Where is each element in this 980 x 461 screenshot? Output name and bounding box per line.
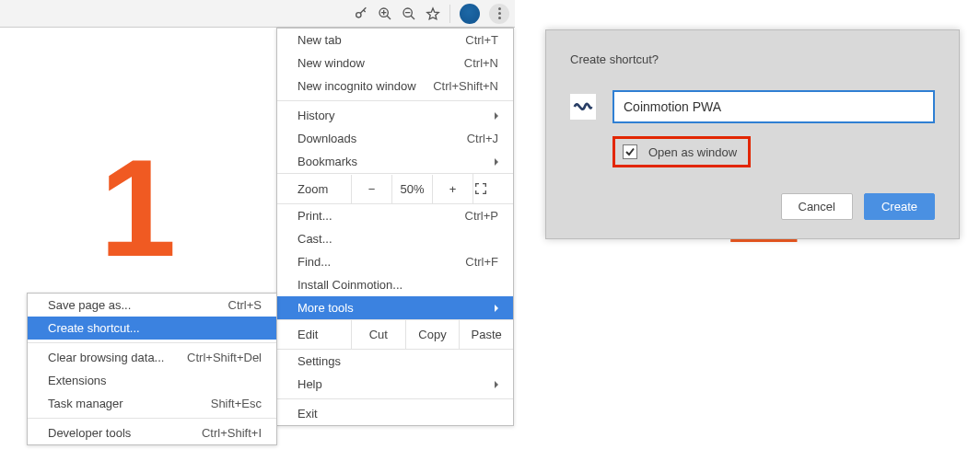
dialog-name-row [570, 90, 935, 123]
open-as-window-row[interactable]: Open as window [612, 136, 751, 167]
svg-point-0 [356, 12, 361, 17]
menu-item-history[interactable]: History [277, 104, 513, 127]
menu-shortcut: Ctrl+S [228, 298, 262, 312]
menu-item-new-window[interactable]: New window Ctrl+N [277, 52, 513, 75]
create-button[interactable]: Create [864, 193, 935, 220]
menu-item-edit: Edit Cut Copy Paste [277, 319, 513, 350]
submenu-item-clear-browsing[interactable]: Clear browsing data... Ctrl+Shift+Del [28, 346, 276, 369]
menu-item-help[interactable]: Help [277, 373, 513, 396]
menu-shortcut: Ctrl+Shift+N [433, 79, 498, 93]
dialog-title: Create shortcut? [570, 52, 935, 66]
checkbox-label: Open as window [648, 145, 737, 159]
chevron-right-icon [495, 381, 498, 388]
zoom-out-icon[interactable] [402, 6, 416, 21]
menu-separator [28, 342, 276, 343]
submenu-item-task-manager[interactable]: Task manager Shift+Esc [28, 392, 276, 415]
menu-label: Developer tools [48, 426, 202, 440]
chevron-right-icon [495, 305, 498, 312]
chrome-menu-button[interactable] [489, 4, 509, 24]
menu-shortcut: Ctrl+N [464, 56, 498, 70]
submenu-item-developer-tools[interactable]: Developer tools Ctrl+Shift+I [28, 421, 276, 444]
menu-label: More tools [298, 301, 495, 315]
app-icon [570, 94, 596, 120]
menu-item-bookmarks[interactable]: Bookmarks [277, 150, 513, 173]
cancel-button[interactable]: Cancel [781, 193, 853, 220]
menu-separator [277, 398, 513, 399]
menu-label: Find... [298, 255, 465, 269]
checkbox-checked-icon[interactable] [623, 144, 637, 159]
menu-shortcut: Ctrl+P [465, 209, 498, 223]
shortcut-name-input[interactable] [612, 90, 935, 123]
chrome-menu: New tab Ctrl+T New window Ctrl+N New inc… [276, 28, 514, 426]
zoom-value: 50% [391, 175, 432, 203]
menu-item-zoom: Zoom − 50% + [277, 173, 513, 204]
key-icon[interactable] [354, 6, 368, 21]
menu-item-downloads[interactable]: Downloads Ctrl+J [277, 127, 513, 150]
more-tools-submenu: Save page as... Ctrl+S Create shortcut..… [27, 293, 277, 445]
annotation-marker-1: 1 [99, 129, 176, 288]
chevron-right-icon [495, 158, 498, 166]
menu-separator [28, 418, 276, 419]
menu-separator [277, 100, 513, 101]
menu-shortcut: Ctrl+T [465, 33, 498, 47]
browser-toolbar [0, 0, 515, 28]
profile-avatar[interactable] [460, 4, 480, 24]
create-shortcut-dialog: Create shortcut? Open as window Cancel C… [545, 29, 960, 239]
menu-shortcut: Ctrl+J [467, 132, 498, 145]
menu-item-new-incognito[interactable]: New incognito window Ctrl+Shift+N [277, 75, 513, 98]
menu-label: Downloads [298, 132, 467, 145]
zoom-label: Zoom [277, 175, 351, 203]
menu-shortcut: Shift+Esc [211, 397, 262, 410]
zoom-in-icon[interactable] [378, 6, 392, 21]
menu-label: Help [298, 377, 495, 391]
menu-item-cast[interactable]: Cast... [277, 227, 513, 250]
menu-item-more-tools[interactable]: More tools [277, 296, 513, 319]
edit-label: Edit [277, 320, 351, 349]
menu-label: History [298, 109, 495, 122]
menu-item-install[interactable]: Install Coinmotion... [277, 273, 513, 296]
zoom-out-button[interactable]: − [351, 175, 391, 203]
menu-label: Cast... [298, 232, 498, 246]
submenu-item-create-shortcut[interactable]: Create shortcut... [28, 317, 276, 340]
menu-label: New window [298, 56, 464, 70]
menu-shortcut: Ctrl+Shift+I [202, 426, 262, 440]
dialog-buttons: Cancel Create [570, 193, 935, 220]
menu-label: Exit [298, 407, 498, 421]
menu-label: Clear browsing data... [48, 351, 187, 364]
menu-item-exit[interactable]: Exit [277, 402, 513, 425]
menu-item-find[interactable]: Find... Ctrl+F [277, 250, 513, 273]
menu-label: Create shortcut... [48, 321, 262, 335]
paste-button[interactable]: Paste [459, 320, 513, 349]
cut-button[interactable]: Cut [351, 320, 405, 349]
menu-label: Task manager [48, 397, 211, 410]
menu-item-new-tab[interactable]: New tab Ctrl+T [277, 29, 513, 52]
menu-label: Save page as... [48, 298, 228, 312]
submenu-item-extensions[interactable]: Extensions [28, 369, 276, 392]
menu-label: Print... [298, 209, 465, 223]
fullscreen-button[interactable] [472, 174, 513, 203]
chevron-right-icon [495, 112, 498, 120]
menu-label: New incognito window [298, 79, 433, 93]
menu-label: Install Coinmotion... [298, 278, 498, 292]
menu-label: Bookmarks [298, 155, 495, 168]
menu-label: Settings [298, 354, 498, 368]
toolbar-divider [449, 5, 450, 23]
menu-item-settings[interactable]: Settings [277, 350, 513, 373]
submenu-item-save-page[interactable]: Save page as... Ctrl+S [28, 294, 276, 317]
menu-shortcut: Ctrl+Shift+Del [187, 351, 262, 364]
menu-item-print[interactable]: Print... Ctrl+P [277, 204, 513, 227]
star-icon[interactable] [426, 6, 440, 21]
menu-shortcut: Ctrl+F [465, 255, 498, 269]
zoom-in-button[interactable]: + [432, 175, 472, 203]
menu-label: New tab [298, 33, 465, 47]
menu-label: Extensions [48, 374, 262, 387]
copy-button[interactable]: Copy [405, 320, 460, 349]
